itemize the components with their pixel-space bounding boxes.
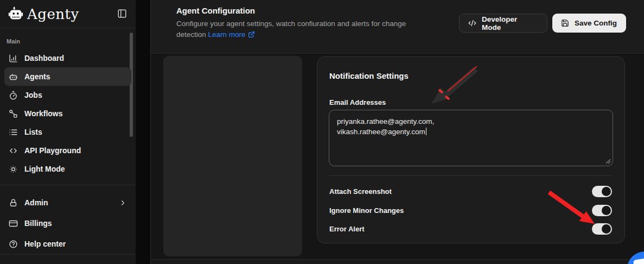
main-area: Agent Configuration Configure your agent… — [150, 0, 644, 264]
save-icon — [561, 19, 569, 27]
learn-more-link[interactable]: Learn more — [208, 30, 246, 39]
timer-icon — [9, 91, 18, 100]
sidebar-item-jobs[interactable]: Jobs — [4, 86, 131, 104]
content-area: Notification Settings Email Addresses pr… — [151, 54, 644, 264]
ignore-minor-changes-toggle[interactable] — [592, 205, 612, 216]
sidebar-divider — [0, 254, 136, 255]
chat-bubble-icon — [627, 252, 644, 264]
toggle-row-ignore-minor-changes: Ignore Minor Changes — [329, 204, 612, 216]
email-value-line: vikash.rathee@agenty.com — [337, 128, 425, 136]
text-caret — [426, 128, 427, 135]
sidebar: Agenty Main Dashboard Agents Jobs Work — [0, 0, 136, 264]
code-xml-icon — [468, 19, 476, 27]
toggle-label: Attach Screenshot — [329, 187, 392, 196]
page-header: Agent Configuration Configure your agent… — [151, 0, 644, 54]
sidebar-item-label: Light Mode — [24, 165, 65, 173]
subtitle-text-2: detection — [176, 30, 206, 39]
lock-icon — [9, 198, 18, 208]
left-column-panel — [163, 56, 302, 256]
chart-icon — [9, 54, 18, 63]
sidebar-item-admin[interactable]: Admin — [4, 193, 131, 212]
attach-screenshot-toggle[interactable] — [592, 186, 612, 197]
bottom-panel-edge — [151, 259, 644, 264]
email-value-line: priyanka.rathee@agenty.com, — [337, 116, 605, 127]
sidebar-nav: Dashboard Agents Jobs Workflows Lists AP… — [0, 47, 136, 178]
page-subtitle: Configure your agent settings, watch con… — [176, 18, 437, 40]
sidebar-item-label: Help center — [24, 240, 66, 248]
code-icon — [9, 146, 18, 155]
sidebar-item-lists[interactable]: Lists — [4, 123, 131, 141]
sidebar-section-label: Main — [7, 38, 136, 45]
sidebar-item-label: Dashboard — [24, 54, 64, 62]
notification-settings-card: Notification Settings Email Addresses pr… — [317, 56, 625, 243]
sidebar-item-help-center[interactable]: Help center — [4, 235, 131, 253]
app-root: Agenty Main Dashboard Agents Jobs Work — [0, 0, 644, 264]
toggle-row-attach-screenshot: Attach Screenshot — [329, 185, 612, 197]
toggle-knob — [602, 187, 611, 196]
toggle-label: Ignore Minor Changes — [329, 206, 404, 215]
toggle-knob — [602, 224, 611, 234]
sidebar-item-label: Admin — [24, 198, 48, 207]
sidebar-item-light-mode[interactable]: Light Mode — [4, 160, 131, 178]
sidebar-item-label: Lists — [24, 128, 42, 136]
resize-handle-icon[interactable] — [605, 159, 611, 164]
subtitle-text-1: Configure your agent settings, watch con… — [176, 20, 406, 28]
bot-icon — [9, 72, 18, 81]
help-circle-icon — [9, 240, 18, 249]
credit-card-icon — [9, 219, 18, 228]
toggle-label: Error Alert — [329, 225, 365, 233]
card-divider — [329, 175, 611, 176]
sidebar-item-label: Agents — [24, 72, 50, 81]
sidebar-item-dashboard[interactable]: Dashboard — [4, 49, 131, 67]
sidebar-item-api-playground[interactable]: API Playground — [4, 141, 131, 160]
developer-mode-label: Developer Mode — [482, 15, 538, 32]
robot-logo-icon — [8, 6, 24, 22]
save-config-label: Save Config — [575, 19, 617, 27]
save-config-button[interactable]: Save Config — [552, 14, 626, 33]
sidebar-secondary-nav: Admin Billings Help center — [0, 193, 136, 255]
sidebar-item-billings[interactable]: Billings — [4, 214, 131, 232]
sidebar-collapse-icon[interactable] — [117, 9, 128, 20]
page-title: Agent Configuration — [176, 6, 437, 15]
sun-icon — [9, 165, 18, 174]
sidebar-item-label: Workflows — [24, 109, 63, 118]
sidebar-divider — [0, 185, 136, 185]
workflow-icon — [9, 109, 18, 118]
sidebar-item-label: Jobs — [24, 91, 42, 99]
toggle-knob — [602, 206, 611, 215]
card-title: Notification Settings — [329, 71, 409, 80]
external-link-icon — [248, 30, 255, 37]
sidebar-item-label: API Playground — [24, 146, 81, 155]
sidebar-item-workflows[interactable]: Workflows — [4, 104, 131, 123]
chevron-right-icon — [119, 199, 127, 207]
toggle-row-error-alert: Error Alert — [329, 223, 612, 235]
sidebar-item-agents[interactable]: Agents — [4, 67, 131, 86]
brand-name: Agenty — [27, 7, 79, 21]
sidebar-item-label: Billings — [24, 219, 52, 228]
list-icon — [9, 128, 18, 137]
sidebar-header: Agenty — [0, 0, 136, 28]
email-addresses-label: Email Addresses — [329, 98, 386, 106]
error-alert-toggle[interactable] — [592, 223, 612, 235]
chat-widget-button[interactable] — [627, 252, 644, 264]
developer-mode-button[interactable]: Developer Mode — [459, 14, 547, 33]
annotation-arrow-dark — [428, 65, 480, 106]
email-addresses-textarea[interactable]: priyanka.rathee@agenty.com, vikash.rathe… — [329, 110, 613, 166]
